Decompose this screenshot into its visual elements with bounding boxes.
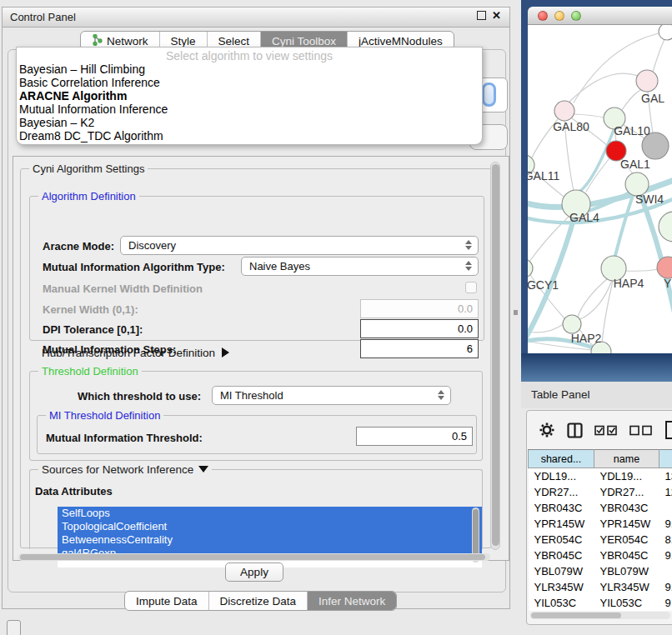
kernel-width-field[interactable]: [360, 299, 479, 318]
threshold-definition-group: Threshold Definition Which threshold to …: [29, 371, 483, 461]
table-row[interactable]: YDR27...YDR27...12: [529, 484, 672, 500]
table-row[interactable]: YDL19...YDL19...13: [529, 468, 672, 484]
panel-resize-handle[interactable]: [514, 310, 518, 315]
mi-steps-field[interactable]: [360, 339, 479, 358]
node-label-gal1: GAL1: [620, 158, 650, 171]
settings-horizontal-scrollbar[interactable]: [18, 553, 490, 561]
network-node-gcy1[interactable]: [528, 259, 533, 278]
network-node-big-green[interactable]: [659, 212, 672, 242]
dpi-tolerance-field[interactable]: [360, 319, 479, 338]
table-cell: YDL19...: [594, 468, 659, 484]
tab-discretize-data[interactable]: Discretize Data: [209, 592, 308, 610]
table-row[interactable]: YBR043CYBR043C: [529, 500, 672, 516]
settings-vertical-scrollbar[interactable]: [490, 162, 500, 550]
network-node-top-partial[interactable]: [659, 25, 672, 40]
algorithm-option[interactable]: Dream8 DC_TDC Algorithm: [17, 129, 482, 142]
tab-label: Impute Data: [136, 595, 198, 608]
network-canvas[interactable]: GALGAL80GAL10GAL1GAL11SWI4GAL4GCY1HAP4YH…: [528, 25, 672, 353]
aracne-mode-value: Discovery: [128, 239, 176, 252]
table-panel-body: shared...nameA YDL19...YDL19...13YDR27..…: [526, 410, 672, 625]
network-edge[interactable]: [622, 90, 640, 110]
zoom-traffic-light[interactable]: [571, 11, 581, 21]
tab-label: Style: [171, 35, 196, 48]
table-row[interactable]: YBL079WYBL079W: [529, 563, 672, 579]
algorithm-option[interactable]: Bayesian – K2: [17, 116, 482, 129]
network-edge[interactable]: [653, 39, 664, 72]
table-cell: 9: [659, 595, 672, 611]
column-header-shared[interactable]: shared...: [529, 450, 594, 468]
attribute-item[interactable]: TopologicalCoefficient: [58, 520, 482, 533]
network-edge[interactable]: [579, 280, 612, 320]
which-threshold-combo[interactable]: MI Threshold: [212, 386, 451, 405]
network-edge[interactable]: [574, 114, 604, 118]
network-window-frame: [521, 353, 672, 382]
tab-impute-data[interactable]: Impute Data: [125, 592, 209, 610]
select-all-checkboxes-icon[interactable]: [594, 425, 618, 436]
algorithm-option[interactable]: ARACNE Algorithm: [17, 89, 482, 102]
network-edge[interactable]: [569, 73, 638, 102]
table-horizontal-scrollbar[interactable]: [530, 612, 670, 619]
combo-stepper-focus[interactable]: [482, 82, 496, 107]
column-header-A[interactable]: A: [659, 450, 672, 468]
mi-algorithm-type-combo[interactable]: Naive Bayes: [241, 257, 479, 276]
network-node-hap2[interactable]: [563, 315, 581, 333]
node-label-salmon-node: Y: [664, 277, 672, 290]
cyni-settings-scrollpane: Cyni Algorithm Settings Algorithm Defini…: [13, 156, 509, 561]
algorithm-option[interactable]: Basic Correlation Inference: [17, 76, 482, 89]
hub-definition-label: Hub/Transcription Factor Definition: [42, 347, 215, 359]
table-row[interactable]: YER054CYER054C8.: [529, 532, 672, 548]
apply-button[interactable]: Apply: [225, 562, 283, 582]
algorithm-dropdown-list: Select algorithm to view settings Bayesi…: [16, 47, 483, 145]
manual-kernel-width-checkbox[interactable]: [465, 282, 477, 293]
table-cell: 13: [659, 468, 672, 484]
table-cell: YBR045C: [594, 548, 659, 563]
docked-panel-icon[interactable]: [7, 620, 21, 635]
network-node-gal80[interactable]: [554, 101, 574, 121]
deselect-all-checkboxes-icon[interactable]: [629, 425, 653, 436]
file-icon[interactable]: [664, 420, 672, 440]
table-cell: YLR345W: [594, 579, 659, 595]
network-edge[interactable]: [614, 193, 634, 258]
algorithm-definition-title: Algorithm Definition: [38, 190, 139, 202]
network-edge[interactable]: [625, 269, 658, 271]
table-cell: 9.: [659, 579, 672, 595]
table-cell: 9.: [659, 548, 672, 563]
aracne-mode-combo[interactable]: Discovery: [120, 236, 479, 255]
attribute-item[interactable]: BetweennessCentrality: [58, 533, 482, 547]
algorithm-dropdown-hint: Select algorithm to view settings: [17, 49, 482, 62]
which-threshold-value: MI Threshold: [220, 389, 283, 402]
tab-infer-network[interactable]: Infer Network: [308, 592, 396, 610]
network-node-gal2[interactable]: [636, 70, 658, 92]
minimize-traffic-light[interactable]: [554, 11, 564, 21]
settings-gear-icon[interactable]: [539, 422, 555, 438]
table-cell: YBR043C: [594, 500, 659, 516]
table-cell: YIL053C: [529, 595, 594, 611]
close-traffic-light[interactable]: [538, 11, 548, 21]
algorithm-option[interactable]: Bayesian – Hill Climbing: [17, 62, 482, 76]
hub-expand-arrow-icon[interactable]: [222, 348, 229, 358]
network-edge[interactable]: [579, 130, 614, 192]
sources-collapse-arrow-icon[interactable]: [198, 466, 208, 472]
control-panel-window: Control Panel ✕ NetworkStyleSelectCyni T…: [2, 7, 510, 609]
node-label-gal11: GAL11: [528, 169, 559, 182]
attribute-item[interactable]: SelfLoops: [58, 507, 482, 520]
table-row[interactable]: YBR045CYBR045C9.: [529, 548, 672, 563]
table-cell: YER054C: [594, 532, 659, 548]
mi-threshold-field[interactable]: [356, 427, 473, 446]
table-row[interactable]: YLR345WYLR345W9.: [529, 579, 672, 595]
sources-toggle[interactable]: Sources for Network Inference: [38, 463, 212, 476]
float-panel-icon[interactable]: [477, 11, 486, 20]
node-label-gal80: GAL80: [553, 120, 589, 133]
algorithm-option[interactable]: Mutual Information Inference: [17, 102, 482, 116]
combo-stepper-icon: [465, 240, 472, 250]
node-attribute-table: shared...nameA YDL19...YDL19...13YDR27..…: [528, 449, 672, 611]
hub-definition-toggle[interactable]: Hub/Transcription Factor Definition: [42, 347, 229, 359]
split-column-icon[interactable]: [567, 422, 583, 438]
table-row[interactable]: YIL053CYIL053C9: [529, 595, 672, 611]
close-icon[interactable]: ✕: [492, 11, 501, 20]
table-row[interactable]: YPR145WYPR145W9.: [529, 516, 672, 532]
tab-label: Infer Network: [318, 595, 385, 608]
column-header-name[interactable]: name: [594, 450, 659, 468]
node-label-gal4: GAL4: [569, 211, 599, 224]
mi-threshold-definition-title: MI Threshold Definition: [46, 409, 163, 422]
